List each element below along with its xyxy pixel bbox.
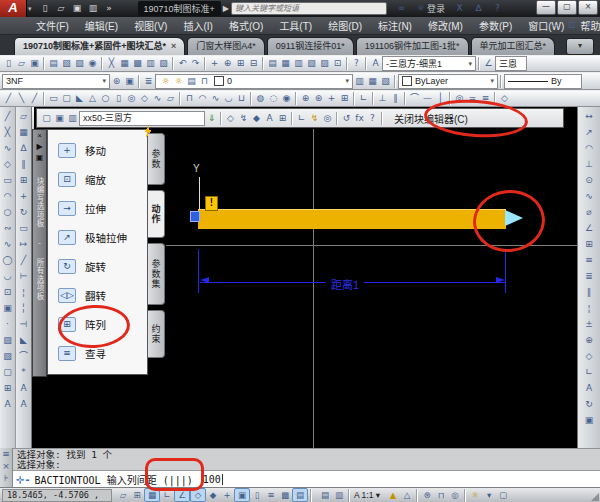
osnap-toggle[interactable]: ◇ [190,488,206,502]
search-input[interactable] [231,2,387,15]
dim-break-icon[interactable]: ¦ [583,300,596,316]
cmd-grip-icon[interactable]: ≡ [0,448,13,460]
dim-space-icon[interactable]: ∥ [583,284,596,300]
construction-line-icon[interactable]: ╳ [1,124,14,140]
tool-palettes-icon[interactable]: ▥ [292,57,305,70]
block-name-field[interactable]: xx50-三恩方 [79,111,205,126]
array-icon[interactable]: ⊞ [17,172,30,188]
search-binoculars-icon[interactable]: ∞ [395,2,408,15]
dim-angular-icon[interactable]: ∠ [583,220,596,236]
dyn-toggle[interactable]: ▯ [250,489,264,501]
file-tab[interactable]: 0911钢连接件01* [267,37,354,55]
doc-minimize-button[interactable]: — [547,19,560,32]
pencil-sketch2-icon[interactable]: ╲ [15,92,28,105]
autodesk360-icon[interactable]: ∆ [472,2,485,15]
match-properties-icon[interactable]: ▨ [157,57,170,70]
planar-surface-icon[interactable]: ▱ [164,92,177,105]
fx-parameters-icon[interactable]: fx [353,112,366,125]
auto-constrain-icon[interactable]: ∟ [295,112,308,125]
save-icon[interactable]: ▣ [71,2,84,15]
palette-item-array[interactable]: ⊞阵列 [58,310,147,339]
3d-pan-icon[interactable]: + [325,92,338,105]
qnew-icon[interactable]: ▯ [2,57,15,70]
infer-constraints-toggle[interactable]: ▱ [116,489,130,501]
3d-move-icon[interactable]: ⊞ [338,92,351,105]
palette-item-lookup[interactable]: ≡查寻 [58,339,147,368]
dim-diameter-icon[interactable]: ⌀ [583,204,596,220]
block-test-icon[interactable]: ▥ [66,112,79,125]
polar-toggle[interactable]: ∠ [174,488,190,502]
attribute-definition-icon[interactable]: A [263,112,276,125]
break-icon[interactable]: ╎ [17,300,30,316]
maximize-button[interactable]: ▢ [557,0,577,15]
table2-icon[interactable]: ⊞ [1,380,14,396]
region-icon[interactable]: ▢ [1,364,14,380]
file-tab-active[interactable]: 190710制图标准+紧固件+图块汇总*× [14,37,185,55]
plot-preview-icon[interactable]: ▧ [60,57,73,70]
mirror-icon[interactable]: ∆ [17,140,30,156]
explode-icon[interactable]: * [17,364,30,380]
equal-constraint-icon[interactable]: ≡ [479,92,492,105]
paste-icon[interactable]: ▩ [131,57,144,70]
dim-ordinate-icon[interactable]: ⊥ [583,156,596,172]
palette-item-stretch[interactable]: →拉伸 [58,194,147,223]
signin-label[interactable]: 登录 [427,2,445,15]
dim-jogline-icon[interactable]: ∟ [583,364,596,380]
minimize-button[interactable]: — [536,0,556,15]
join-icon[interactable]: ⊣ [17,316,30,332]
sheet-set-icon[interactable]: ▧ [305,57,318,70]
hatch-icon[interactable]: ▨ [1,332,14,348]
properties-icon[interactable]: ▤ [266,57,279,70]
zoom-window-icon[interactable]: ⊞ [234,57,247,70]
dim-linear-icon[interactable]: ↔ [583,108,596,124]
layer-lock-icon[interactable]: ⊓ [198,75,211,88]
layer-select[interactable]: ☼☼▤⊓ 0 ▾ [155,74,353,89]
table-icon[interactable]: ⊞ [276,112,289,125]
extend-icon[interactable]: ⊢ [17,268,30,284]
command-input-line[interactable]: ⊹- BACTIONTOOL 输入列间距 (|||) 100 [13,470,600,487]
sweep-icon[interactable]: ∿ [209,92,222,105]
performance-icon[interactable]: ◎ [448,489,462,501]
helix-icon[interactable]: ∿ [151,92,164,105]
redo-icon[interactable]: ↷ [189,57,202,70]
drawing-canvas[interactable]: Y × ! 距离1 [166,129,577,448]
sphere-icon[interactable]: ○ [99,92,112,105]
circle-icon[interactable]: ○ [1,204,14,220]
torus-icon[interactable]: ◎ [125,92,138,105]
menu-file[interactable]: 文件(F) [28,18,77,33]
dim-style-brush-icon[interactable]: ∠ [482,57,495,70]
status-menu-icon[interactable]: ▾ [482,489,496,501]
file-tab[interactable]: 191106钢件加工图-1批* [356,37,469,55]
parameter-base-grip[interactable] [190,211,200,222]
cone-icon[interactable]: △ [86,92,99,105]
menu-insert[interactable]: 插入(I) [175,18,220,33]
qsave-icon[interactable]: ▣ [28,57,41,70]
isolate-objects-icon[interactable]: ☼ [468,489,482,501]
menu-format[interactable]: 格式(O) [221,18,271,33]
3d-align-icon[interactable]: ⊕ [299,92,312,105]
smooth-constraint-icon[interactable]: ≃ [466,92,479,105]
press-pull-icon[interactable]: ⊔ [235,92,248,105]
mtext-icon[interactable]: A [1,396,14,412]
chamfer-icon[interactable]: ◣ [17,332,30,348]
fillet-icon[interactable]: ⌒ [17,348,30,364]
subtract-icon[interactable]: ◌ [267,92,280,105]
edit-block-icon[interactable]: ▢ [40,112,53,125]
polysolid-icon[interactable]: ▭ [47,92,60,105]
model-tab-icon[interactable]: ▤ [318,489,332,501]
file-tab[interactable]: 门窗大样图A4* [187,37,265,55]
dim-update-icon[interactable]: ↻ [583,396,596,412]
text-style-select[interactable]: -三恩方-细黑1▾ [382,56,476,71]
intersect-icon[interactable]: ◉ [280,92,293,105]
constraint-action-icon[interactable]: ↯ [308,112,321,125]
distance-parameter-label[interactable]: 距离1 [326,276,364,292]
arc-icon[interactable]: ◠ [1,188,14,204]
qat-overflow-icon[interactable]: » [103,2,116,15]
layer-isolate-icon[interactable]: ▧ [379,75,392,88]
tab-close-icon[interactable]: × [171,41,176,51]
cylinder-icon[interactable]: ▯ [112,92,125,105]
tab-overflow-button[interactable]: ▾ [566,38,594,55]
ducs-toggle[interactable]: ▣ [234,488,250,502]
annotation-visibility-icon[interactable]: ▲ [386,489,400,501]
menu-tools[interactable]: 工具(T) [271,18,320,33]
